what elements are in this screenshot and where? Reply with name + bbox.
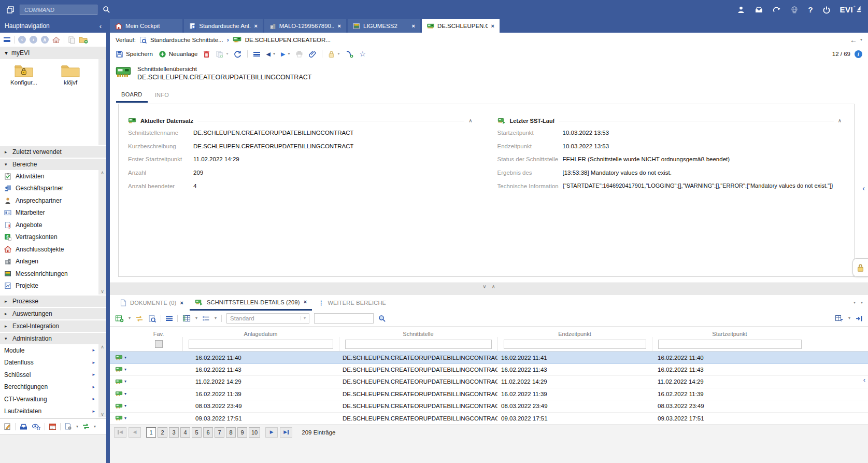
grid-search-input[interactable]: [314, 313, 374, 324]
power-icon[interactable]: [822, 6, 831, 14]
sidebar-item-module[interactable]: Module ▸: [0, 344, 98, 357]
sidebar-item-anschlussobjekte[interactable]: Anschlussobjekte: [0, 243, 98, 256]
inbox-icon[interactable]: [755, 6, 763, 13]
favorite-star-icon[interactable]: ☆: [359, 50, 366, 58]
sidebar-item-aktivitaeten[interactable]: Aktivitäten: [0, 170, 98, 183]
caret-down-icon[interactable]: ▾: [848, 316, 850, 320]
sidebar-item-datenfluss[interactable]: Datenfluss ▸: [0, 357, 98, 369]
sidebar-item-ansprechpartner[interactable]: Ansprechpartner: [0, 194, 98, 207]
sidebar-item-tarife[interactable]: Tarife: [0, 292, 98, 294]
menu-icon[interactable]: [4, 37, 10, 42]
sidebar-section-zuletzt[interactable]: ▸ Zuletzt verwendet: [0, 146, 106, 158]
prev-record-button[interactable]: ◀ ▾: [266, 51, 275, 57]
tab-info[interactable]: INFO: [150, 87, 174, 103]
scrollbar[interactable]: ∧ ∨: [98, 170, 106, 294]
row-menu-icon[interactable]: ▾: [124, 368, 126, 372]
row-menu-icon[interactable]: ▾: [124, 416, 126, 420]
sidebar-item-anlagen[interactable]: Anlagen: [0, 256, 98, 268]
row-menu-icon[interactable]: ▾: [124, 356, 126, 360]
copy-record-button[interactable]: ▾: [216, 50, 228, 58]
sidebar-section-auswertungen[interactable]: ▸ Auswertungen: [0, 308, 106, 319]
splitter-up-icon[interactable]: ∧: [492, 284, 495, 289]
table-row[interactable]: ▾ 16.02.2022 11:43 DE.SCHLEUPEN.CREATEOR…: [110, 364, 868, 376]
close-icon[interactable]: ×: [254, 23, 258, 29]
caret-down-icon[interactable]: ▾: [860, 38, 862, 42]
caret-down-icon[interactable]: ▾: [94, 425, 96, 429]
close-icon[interactable]: ×: [304, 299, 307, 305]
add-row-icon[interactable]: [115, 315, 124, 322]
page-button-4[interactable]: 4: [180, 427, 190, 438]
grid-search-icon[interactable]: [378, 315, 386, 322]
caret-down-icon[interactable]: ▾: [861, 301, 863, 305]
scroll-up-icon[interactable]: ∧: [101, 171, 104, 175]
column-header-anlagedatum[interactable]: Anlagedatum: [182, 331, 339, 337]
collapse-panel-icon[interactable]: ∧: [468, 118, 472, 123]
view-select[interactable]: Standard ▾: [226, 313, 309, 324]
scrollbar[interactable]: ∧ ∨: [98, 344, 106, 417]
info-icon[interactable]: i: [855, 50, 862, 58]
tab-weitere-bereiche[interactable]: ⋮ WEITERE BEREICHE: [313, 295, 391, 311]
sidebar-section-excel[interactable]: ▸ Excel-Integration: [0, 320, 106, 332]
next-record-button[interactable]: ▶ ▾: [281, 51, 290, 57]
command-input[interactable]: [20, 5, 97, 15]
nav-up-icon[interactable]: ∧: [41, 36, 49, 44]
redo-icon[interactable]: [773, 6, 781, 13]
collapse-right-panel-icon[interactable]: ‹: [862, 185, 865, 192]
page-button-3[interactable]: 3: [169, 427, 179, 438]
new-record-button[interactable]: Neuanlage: [159, 50, 198, 58]
column-header-startzeitpunkt[interactable]: Startzeitpunkt: [652, 331, 807, 337]
page-button-1[interactable]: 1: [146, 427, 156, 438]
column-header-endzeitpunkt[interactable]: Endzeitpunkt: [497, 331, 652, 337]
filter-input-endzeitpunkt[interactable]: [504, 340, 646, 349]
clipboard-edit-icon[interactable]: [4, 423, 11, 430]
refresh-icon[interactable]: [234, 50, 241, 58]
doc-gear-icon[interactable]: [64, 423, 73, 430]
user-icon[interactable]: [737, 6, 745, 14]
table-row[interactable]: ▾ 16.02.2022 11:39 DE.SCHLEUPEN.CREATEOR…: [110, 388, 868, 401]
page-button-10[interactable]: 10: [249, 427, 260, 438]
sidebar-section-prozesse[interactable]: ▸ Prozesse: [0, 296, 106, 307]
collapse-panel-icon[interactable]: ∧: [838, 118, 842, 123]
splitter-down-icon[interactable]: ∨: [482, 284, 486, 289]
column-header-fav[interactable]: Fav.: [135, 331, 182, 337]
sidebar-item-projekte[interactable]: Projekte: [0, 280, 98, 292]
fav-filter-checkbox[interactable]: [155, 340, 163, 348]
sidebar-collapse-icon[interactable]: ‹: [99, 23, 102, 30]
sidebar-item-mitarbeiter[interactable]: Mitarbeiter: [0, 207, 98, 219]
filter-input-anlag edatum[interactable]: [189, 340, 333, 349]
tab-schnittstellen-details[interactable]: SCHNITTSTELLEN-DETAILS (209) ×: [190, 295, 312, 311]
sidebar-item-vertragskonten[interactable]: $ Vertragskonten: [0, 231, 98, 244]
history-back-icon[interactable]: ←: [850, 36, 857, 44]
page-button-6[interactable]: 6: [203, 427, 213, 438]
home-icon[interactable]: [52, 36, 60, 44]
sidebar-item-berechtigungen[interactable]: Berechtigungen ▸: [0, 381, 98, 394]
close-icon[interactable]: ×: [491, 23, 494, 29]
table-row[interactable]: ▾ 16.02.2022 11:40 DE.SCHLEUPEN.CREATEOR…: [110, 352, 868, 364]
nav-back-icon[interactable]: ‹: [18, 36, 26, 44]
nav-forward-icon[interactable]: ›: [30, 36, 37, 44]
sidebar-item-cti-verwaltung[interactable]: CTI-Verwaltung ▸: [0, 393, 98, 405]
search-in-grid-icon[interactable]: [148, 315, 156, 322]
tab-mein-cockpit[interactable]: Mein Cockpit: [110, 19, 182, 33]
forward-doc-icon[interactable]: [345, 50, 353, 58]
table-row[interactable]: ▾ 08.03.2022 23:49 DE.SCHLEUPEN.CREATEOR…: [110, 400, 868, 413]
last-page-button[interactable]: ▶: [280, 427, 292, 438]
row-menu-icon[interactable]: ▾: [124, 380, 126, 384]
reload-grid-icon[interactable]: [135, 315, 144, 322]
splitter-vertical[interactable]: [106, 19, 110, 463]
caret-down-icon[interactable]: ▾: [853, 301, 856, 305]
table-view-icon[interactable]: [182, 315, 191, 322]
page-button-5[interactable]: 5: [192, 427, 202, 438]
search-icon[interactable]: [103, 6, 110, 13]
folder-kloejvf[interactable]: klöjvf: [52, 63, 89, 145]
caret-down-icon[interactable]: ▾: [215, 316, 217, 320]
dock-panel-icon[interactable]: [855, 315, 863, 322]
lock-button[interactable]: ▾: [328, 50, 339, 58]
close-icon[interactable]: ×: [338, 23, 341, 29]
row-menu-icon[interactable]: ▾: [124, 392, 126, 396]
filter-input-startzeitpunkt[interactable]: [658, 340, 802, 349]
sidebar-section-administration[interactable]: ▾ Administration: [0, 333, 106, 344]
menu-icon[interactable]: [253, 52, 260, 57]
menu-icon[interactable]: [166, 316, 173, 321]
page-button-2[interactable]: 2: [158, 427, 167, 438]
